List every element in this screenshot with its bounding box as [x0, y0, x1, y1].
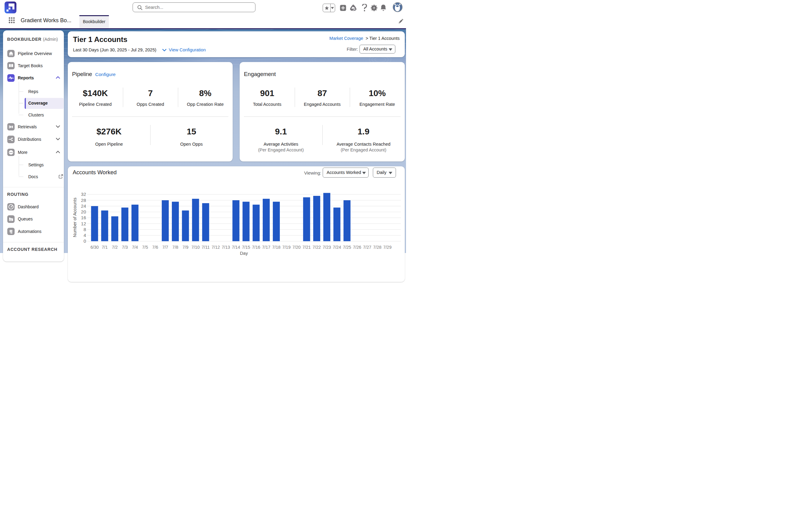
svg-text:7/27: 7/27 [363, 245, 371, 250]
svg-text:7/28: 7/28 [373, 245, 381, 250]
svg-text:7/29: 7/29 [383, 245, 391, 250]
svg-text:7/5: 7/5 [142, 245, 148, 250]
svg-text:7/6: 7/6 [152, 245, 158, 250]
svg-text:8: 8 [84, 227, 86, 232]
svg-text:6/30: 6/30 [90, 245, 98, 250]
svg-text:7/25: 7/25 [343, 245, 351, 250]
svg-text:4: 4 [84, 233, 86, 238]
svg-text:7/10: 7/10 [191, 245, 199, 250]
svg-text:12: 12 [81, 221, 86, 226]
svg-text:7/24: 7/24 [333, 245, 341, 250]
svg-text:7/8: 7/8 [172, 245, 178, 250]
svg-text:7/15: 7/15 [242, 245, 250, 250]
svg-text:7/1: 7/1 [101, 245, 108, 250]
svg-text:7/16: 7/16 [252, 245, 260, 250]
svg-text:7/19: 7/19 [282, 245, 291, 250]
svg-text:7/20: 7/20 [292, 245, 301, 250]
svg-text:7/21: 7/21 [303, 245, 311, 250]
svg-text:7/17: 7/17 [262, 245, 270, 250]
svg-text:16: 16 [81, 215, 86, 220]
svg-text:28: 28 [81, 197, 86, 202]
svg-text:7/9: 7/9 [182, 245, 188, 250]
svg-text:20: 20 [81, 209, 86, 215]
svg-text:Number of Accounts: Number of Accounts [72, 197, 77, 237]
svg-text:7/3: 7/3 [122, 245, 128, 250]
svg-text:7/11: 7/11 [201, 245, 210, 250]
svg-text:7/18: 7/18 [272, 245, 280, 250]
svg-text:7/7: 7/7 [162, 245, 168, 250]
svg-text:7/26: 7/26 [353, 245, 361, 250]
svg-text:7/2: 7/2 [112, 245, 118, 250]
svg-text:7/22: 7/22 [313, 245, 321, 250]
svg-text:7/4: 7/4 [132, 245, 138, 250]
svg-text:7/12: 7/12 [212, 245, 220, 250]
svg-text:24: 24 [81, 203, 86, 208]
svg-text:7/14: 7/14 [232, 245, 240, 250]
svg-text:7/23: 7/23 [323, 245, 331, 250]
svg-text:7/13: 7/13 [222, 245, 230, 250]
svg-text:Day: Day [240, 251, 248, 253]
svg-text:32: 32 [81, 191, 86, 197]
svg-text:0: 0 [84, 238, 86, 244]
